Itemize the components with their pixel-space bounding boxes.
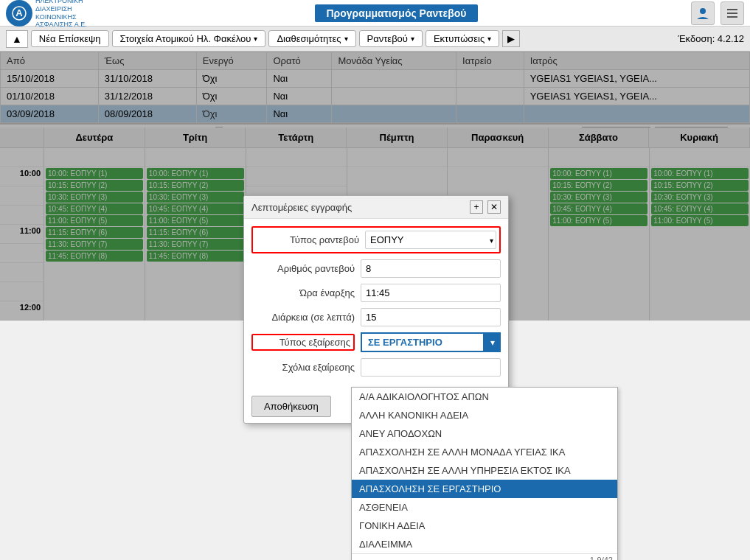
exception-select-container: ΣΕ ΕΡΓΑΣΤΗΡΙΟ ▾	[361, 332, 501, 352]
header: Α ΗΛΕΚΤΡΟΝΙΚΗ ΔΙΑΧΕΙΡΙΣΗ ΚΟΙΝΩΝΙΚΗΣ ΑΣΦΑ…	[0, 0, 750, 27]
dropdown-item-0[interactable]: Α/Α ΑΔΙΚΑΙΟΛΟΓΗΤΟΣ ΑΠΩΝ	[352, 388, 617, 406]
form-row-ora: Ώρα έναρξης	[251, 284, 501, 302]
logo-text: ΗΛΕΚΤΡΟΝΙΚΗ ΔΙΑΧΕΙΡΙΣΗ ΚΟΙΝΩΝΙΚΗΣ ΑΣΦΑΛΙ…	[35, 0, 102, 29]
modal-body: Τύπος ραντεβού ΕΟΠΥY ▾ Αριθμός ραντεβού …	[244, 219, 508, 390]
form-row-arithmos: Αριθμός ραντεβού	[251, 259, 501, 278]
availability-btn[interactable]: Διαθεσιμότητες ▾	[268, 30, 355, 47]
form-row-diarkeia: Διάρκεια (σε λεπτά)	[251, 308, 501, 326]
ora-label: Ώρα έναρξης	[251, 287, 355, 298]
dropdown-item-1[interactable]: ΑΛΛΗ ΚΑΝΟΝΙΚΗ ΑΔΕΙΑ	[352, 406, 617, 424]
dropdown-pagination: 1-9/42	[352, 553, 617, 560]
scholia-input[interactable]	[361, 358, 501, 377]
dropdown-item-2[interactable]: ΑΝΕΥ ΑΠΟΔΟΧΩΝ	[352, 424, 617, 443]
dropdown-item-8[interactable]: ΔΙΑΛΕΙΜΜΑ	[352, 535, 617, 553]
dropdown-item-7[interactable]: ΓΟΝΙΚΗ ΑΔΕΙΑ	[352, 517, 617, 535]
modal-controls: + ✕	[470, 200, 501, 214]
play-btn[interactable]: ▶	[502, 30, 520, 47]
svg-rect-5	[727, 16, 737, 18]
user-icon-btn[interactable]	[691, 1, 715, 25]
save-button[interactable]: Αποθήκευση	[251, 396, 331, 417]
ora-input[interactable]	[361, 284, 501, 302]
diarkeia-input[interactable]	[361, 308, 501, 326]
form-row-typos: Τύπος ραντεβού ΕΟΠΥY ▾	[251, 226, 501, 253]
arithmos-label: Αριθμός ραντεβού	[251, 263, 355, 274]
typos-select-wrapper: ΕΟΠΥY ▾	[365, 231, 496, 249]
svg-point-2	[700, 8, 706, 14]
dropdown-item-3[interactable]: ΑΠΑΣΧΟΛΗΣΗ ΣΕ ΑΛΛΗ ΜΟΝΑΔΑ ΥΓΕΙΑΣ ΙΚΑ	[352, 443, 617, 461]
toolbar: ▲ Νέα Επίσκεψη Στοιχεία Ατομικού Ηλ. Φακ…	[0, 27, 750, 52]
exception-dropdown-btn[interactable]: ▾	[485, 332, 501, 352]
scholia-label: Σχόλια εξαίρεσης	[251, 362, 355, 373]
header-title: Προγραμματισμός Ραντεβού	[102, 7, 691, 19]
diarkeia-label: Διάρκεια (σε λεπτά)	[251, 312, 355, 323]
svg-rect-4	[727, 13, 737, 14]
print-btn[interactable]: Εκτυπώσεις ▾	[426, 30, 499, 47]
typos-label: Τύπος ραντεβού	[256, 234, 359, 245]
chevron-down-icon: ▾	[344, 35, 348, 43]
typos-select[interactable]: ΕΟΠΥY	[365, 231, 496, 249]
form-row-scholia: Σχόλια εξαίρεσης	[251, 358, 501, 377]
chevron-down-icon: ▾	[411, 35, 414, 43]
patient-folder-btn[interactable]: Στοιχεία Ατομικού Ηλ. Φακέλου ▾	[112, 30, 266, 47]
version-label: Έκδοση: 4.2.12	[678, 33, 744, 44]
modal-header: Λεπτομέρειες εγγραφής + ✕	[244, 196, 508, 219]
nav-back-btn[interactable]: ▲	[6, 30, 28, 48]
arithmos-input[interactable]	[361, 259, 501, 278]
modal-close-btn[interactable]: ✕	[487, 200, 501, 214]
svg-rect-3	[727, 9, 737, 10]
typos-ex-label: Τύπος εξαίρεσης	[251, 334, 355, 351]
rantevu-btn[interactable]: Ραντεβού ▾	[359, 30, 423, 47]
dropdown-item-4[interactable]: ΑΠΑΣΧΟΛΗΣΗ ΣΕ ΑΛΛΗ ΥΠΗΡΕΣΙΑ ΕΚΤΟΣ ΙΚΑ	[352, 461, 617, 480]
exception-dropdown-list: Α/Α ΑΔΙΚΑΙΟΛΟΓΗΤΟΣ ΑΠΩΝ ΑΛΛΗ ΚΑΝΟΝΙΚΗ ΑΔ…	[351, 387, 618, 560]
page-title: Προγραμματισμός Ραντεβού	[315, 4, 479, 22]
header-icons	[691, 1, 744, 25]
logo-icon: Α	[6, 0, 32, 27]
exception-type-btn[interactable]: ΣΕ ΕΡΓΑΣΤΗΡΙΟ	[361, 332, 485, 352]
chevron-down-icon: ▾	[254, 35, 257, 43]
logo-section: Α ΗΛΕΚΤΡΟΝΙΚΗ ΔΙΑΧΕΙΡΙΣΗ ΚΟΙΝΩΝΙΚΗΣ ΑΣΦΑ…	[6, 0, 102, 29]
modal-title: Λεπτομέρειες εγγραφής	[251, 202, 352, 213]
chevron-down-icon: ▾	[487, 35, 491, 43]
form-row-typos-ex: Τύπος εξαίρεσης ΣΕ ΕΡΓΑΣΤΗΡΙΟ ▾	[251, 332, 501, 352]
new-visit-btn[interactable]: Νέα Επίσκεψη	[31, 30, 109, 47]
dropdown-item-5[interactable]: ΑΠΑΣΧΟΛΗΣΗ ΣΕ ΕΡΓΑΣΤΗΡΙΟ	[352, 480, 617, 498]
settings-icon-btn[interactable]	[721, 1, 744, 25]
svg-text:Α: Α	[15, 7, 23, 18]
dropdown-item-6[interactable]: ΑΣΘΕΝΕΙΑ	[352, 498, 617, 517]
modal-plus-btn[interactable]: +	[470, 200, 483, 214]
